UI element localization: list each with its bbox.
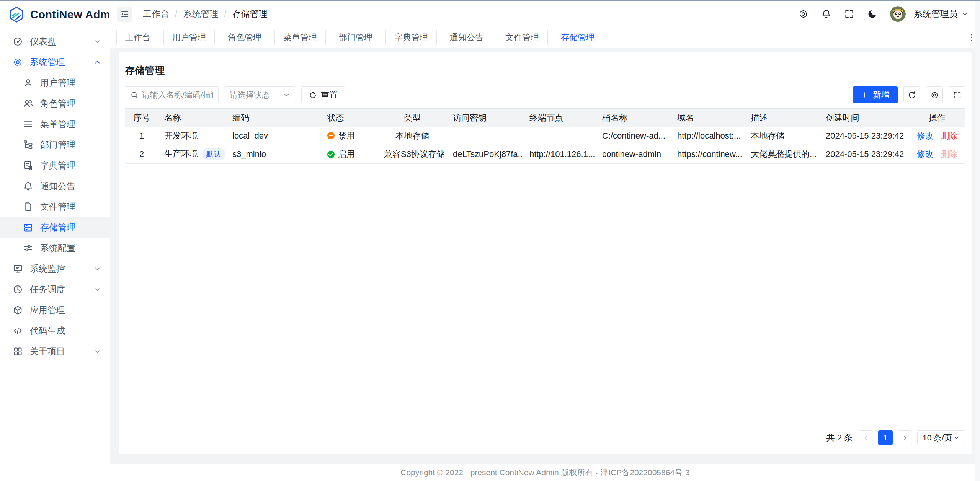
edit-link[interactable]: 修改 [917, 131, 934, 140]
pagination-prev-button[interactable] [859, 430, 873, 445]
code-icon [13, 326, 23, 336]
chevron-down-icon [961, 10, 969, 18]
sidebar-collapse-button[interactable] [117, 7, 132, 22]
sidebar-item-config[interactable]: 系统配置 [0, 238, 110, 258]
copyright-text: Copyright © 2022 - present ContiNew Admi… [400, 467, 689, 478]
notification-bell-icon[interactable] [821, 9, 831, 19]
sidebar-item-dict[interactable]: 字典管理 [0, 155, 110, 176]
column-header: 描述 [745, 109, 820, 127]
status-select-placeholder: 请选择状态 [230, 90, 270, 100]
user-avatar[interactable] [890, 6, 906, 22]
fullscreen-icon[interactable] [844, 9, 854, 19]
table-row: 2生产环境默认s3_minio启用兼容S3协议存储deLTszuPoKj87fa… [125, 145, 965, 163]
user-menu[interactable]: 系统管理员 [914, 8, 969, 20]
pagination-page-1[interactable]: 1 [878, 430, 893, 445]
tab-菜单管理[interactable]: 菜单管理 [274, 30, 326, 45]
chevron-down-icon [953, 434, 960, 441]
sidebar: ContiNew Admin 仪表盘系统管理用户管理角色管理菜单管理部门管理字典… [0, 1, 110, 481]
default-badge: 默认 [202, 148, 225, 160]
tab-用户管理[interactable]: 用户管理 [163, 30, 215, 45]
browser-scrollbar[interactable] [975, 1, 980, 481]
menu-icon [23, 119, 33, 129]
storage-table: 序号名称编码状态类型访问密钥终端节点桶名称域名描述创建时间操作 1开发环境loc… [125, 108, 965, 419]
settings-icon[interactable] [798, 9, 808, 19]
status-select[interactable]: 请选择状态 [224, 86, 296, 103]
sliders-icon [23, 243, 33, 253]
table-fullscreen-button[interactable] [949, 86, 965, 103]
column-header: 序号 [125, 109, 158, 127]
header-actions: 系统管理员 [798, 6, 969, 22]
tab-部门管理[interactable]: 部门管理 [330, 30, 381, 45]
dark-mode-moon-icon[interactable] [867, 9, 877, 19]
grid-icon [13, 346, 23, 357]
chevron-up-icon [93, 58, 101, 66]
table-header-row: 序号名称编码状态类型访问密钥终端节点桶名称域名描述创建时间操作 [125, 109, 965, 127]
brand-logo[interactable]: ContiNew Admin [0, 1, 110, 28]
page-title: 存储管理 [125, 64, 965, 77]
column-header: 终端节点 [523, 109, 596, 127]
breadcrumb-item[interactable]: 工作台 [143, 8, 169, 20]
sidebar-item-user[interactable]: 用户管理 [0, 72, 110, 93]
delete-link[interactable]: 删除 [941, 131, 958, 140]
column-header: 类型 [378, 109, 447, 127]
column-header: 编码 [226, 109, 321, 127]
table-settings-button[interactable] [926, 86, 943, 103]
sidebar-item-dept[interactable]: 部门管理 [0, 134, 110, 155]
delete-link[interactable]: 删除 [941, 149, 958, 159]
users-icon [23, 98, 33, 109]
edit-link[interactable]: 修改 [917, 149, 934, 159]
column-header: 桶名称 [596, 109, 671, 127]
search-field[interactable] [142, 90, 213, 99]
status-disabled-icon [327, 132, 335, 139]
user-name: 系统管理员 [914, 8, 958, 20]
sidebar-item-role[interactable]: 角色管理 [0, 93, 110, 114]
column-header: 域名 [671, 109, 745, 127]
sidebar-item-about[interactable]: 关于项目 [0, 341, 110, 362]
app-shell: ContiNew Admin 仪表盘系统管理用户管理角色管理菜单管理部门管理字典… [0, 1, 980, 481]
breadcrumb-item[interactable]: 系统管理 [183, 8, 218, 20]
reset-button[interactable]: 重置 [301, 86, 345, 103]
storage-card: 存储管理 请选择状态 重置 [119, 52, 972, 454]
column-header: 操作 [909, 109, 965, 127]
page-size-value: 10 条/页 [923, 432, 952, 443]
bell-icon [23, 181, 33, 191]
sidebar-item-system[interactable]: 系统管理 [0, 52, 110, 72]
tab-通知公告[interactable]: 通知公告 [441, 30, 492, 45]
user-icon [23, 78, 33, 88]
breadcrumb-separator: / [224, 9, 226, 19]
pagination-next-button[interactable] [898, 430, 912, 445]
sidebar-item-monitor[interactable]: 系统监控 [0, 258, 110, 279]
chevron-down-icon [93, 265, 101, 273]
menu-fold-icon [120, 10, 129, 19]
sidebar-item-menu[interactable]: 菜单管理 [0, 114, 110, 134]
sidebar-item-notice[interactable]: 通知公告 [0, 176, 110, 196]
sidebar-item-storage[interactable]: 存储管理 [0, 217, 110, 238]
tab-工作台[interactable]: 工作台 [116, 30, 159, 45]
sidebar-item-app[interactable]: 应用管理 [0, 300, 110, 320]
gear-icon [13, 57, 23, 67]
search-input[interactable] [125, 86, 219, 103]
tab-字典管理[interactable]: 字典管理 [385, 30, 437, 45]
pagination: 共 2 条 1 10 条/页 [125, 430, 965, 445]
sidebar-item-dashboard[interactable]: 仪表盘 [0, 31, 110, 52]
tab-存储管理[interactable]: 存储管理 [552, 30, 603, 45]
plus-icon [861, 91, 869, 99]
page-size-select[interactable]: 10 条/页 [917, 430, 965, 445]
sidebar-item-schedule[interactable]: 任务调度 [0, 279, 110, 300]
breadcrumb: 工作台/系统管理/存储管理 [143, 8, 268, 20]
add-button[interactable]: 新增 [853, 86, 898, 103]
column-header: 状态 [321, 109, 378, 127]
status-label: 启用 [338, 148, 355, 160]
tab-角色管理[interactable]: 角色管理 [219, 30, 270, 45]
chevron-down-icon [93, 285, 101, 293]
breadcrumb-item[interactable]: 存储管理 [232, 8, 268, 20]
sidebar-item-codegen[interactable]: 代码生成 [0, 320, 110, 341]
chevron-down-icon [283, 91, 290, 99]
status-label: 禁用 [338, 130, 355, 142]
tab-文件管理[interactable]: 文件管理 [497, 30, 548, 45]
table-refresh-button[interactable] [903, 86, 920, 103]
footer: Copyright © 2022 - present ContiNew Admi… [110, 464, 980, 481]
sidebar-item-file[interactable]: 文件管理 [0, 196, 110, 217]
toolbar: 请选择状态 重置 新增 [125, 86, 965, 103]
monitor-icon [13, 264, 23, 274]
